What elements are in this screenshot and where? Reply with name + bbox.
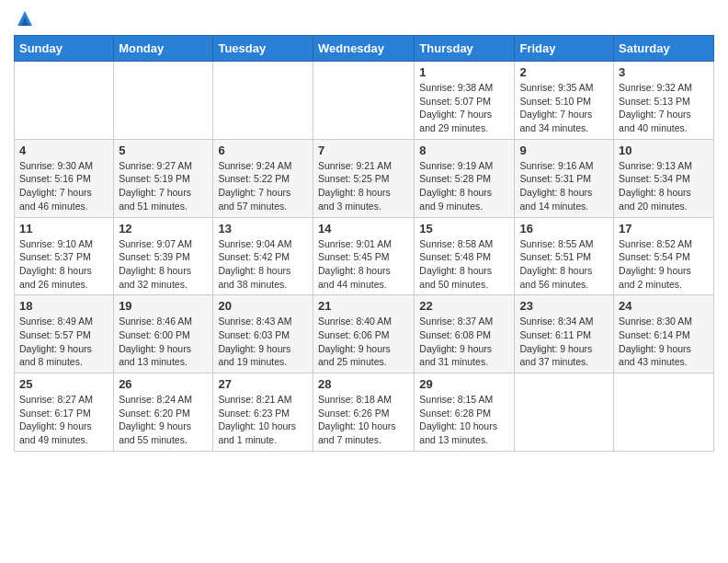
day-info: Sunrise: 8:55 AM Sunset: 5:51 PM Dayligh…	[519, 237, 609, 292]
day-number: 22	[419, 299, 509, 313]
logo	[14, 9, 34, 28]
day-of-week-header: Saturday	[614, 36, 714, 62]
day-info: Sunrise: 8:34 AM Sunset: 6:11 PM Dayligh…	[519, 315, 609, 369]
day-number: 19	[119, 299, 208, 313]
calendar-table: SundayMondayTuesdayWednesdayThursdayFrid…	[14, 35, 714, 452]
day-number: 27	[218, 377, 308, 391]
calendar-cell: 24Sunrise: 8:30 AM Sunset: 6:14 PM Dayli…	[614, 295, 714, 373]
day-number: 15	[419, 222, 509, 236]
calendar-cell: 18Sunrise: 8:49 AM Sunset: 5:57 PM Dayli…	[15, 295, 114, 373]
day-info: Sunrise: 8:15 AM Sunset: 6:28 PM Dayligh…	[419, 393, 509, 447]
calendar-cell: 19Sunrise: 8:46 AM Sunset: 6:00 PM Dayli…	[114, 295, 213, 373]
calendar-cell: 20Sunrise: 8:43 AM Sunset: 6:03 PM Dayli…	[213, 295, 313, 373]
calendar-cell: 8Sunrise: 9:19 AM Sunset: 5:28 PM Daylig…	[415, 139, 515, 217]
day-of-week-header: Thursday	[415, 36, 515, 62]
day-number: 4	[19, 144, 108, 157]
calendar-cell: 16Sunrise: 8:55 AM Sunset: 5:51 PM Dayli…	[515, 217, 614, 295]
day-number: 11	[19, 222, 108, 236]
calendar-header-row: SundayMondayTuesdayWednesdayThursdayFrid…	[15, 36, 714, 62]
day-number: 18	[19, 299, 108, 313]
calendar-cell: 12Sunrise: 9:07 AM Sunset: 5:39 PM Dayli…	[114, 217, 213, 295]
day-info: Sunrise: 9:35 AM Sunset: 5:10 PM Dayligh…	[519, 81, 609, 135]
calendar-cell: 29Sunrise: 8:15 AM Sunset: 6:28 PM Dayli…	[415, 373, 515, 452]
day-number: 17	[619, 222, 709, 236]
day-number: 12	[119, 222, 208, 236]
day-of-week-header: Sunday	[15, 36, 114, 62]
calendar-cell	[15, 62, 114, 140]
day-number: 21	[318, 299, 409, 313]
logo-icon	[16, 9, 34, 28]
day-number: 9	[519, 144, 609, 157]
calendar-cell: 7Sunrise: 9:21 AM Sunset: 5:25 PM Daylig…	[313, 139, 414, 217]
calendar-cell	[614, 373, 714, 452]
day-info: Sunrise: 9:16 AM Sunset: 5:31 PM Dayligh…	[519, 159, 609, 213]
calendar-cell: 4Sunrise: 9:30 AM Sunset: 5:16 PM Daylig…	[15, 139, 114, 217]
day-info: Sunrise: 9:19 AM Sunset: 5:28 PM Dayligh…	[419, 159, 509, 213]
calendar-cell: 5Sunrise: 9:27 AM Sunset: 5:19 PM Daylig…	[114, 139, 213, 217]
calendar-cell: 21Sunrise: 8:40 AM Sunset: 6:06 PM Dayli…	[313, 295, 414, 373]
day-info: Sunrise: 8:18 AM Sunset: 6:26 PM Dayligh…	[318, 393, 409, 447]
calendar-cell: 17Sunrise: 8:52 AM Sunset: 5:54 PM Dayli…	[614, 217, 714, 295]
calendar-week-row: 4Sunrise: 9:30 AM Sunset: 5:16 PM Daylig…	[15, 139, 714, 217]
calendar-cell	[515, 373, 614, 452]
day-info: Sunrise: 8:52 AM Sunset: 5:54 PM Dayligh…	[619, 237, 709, 292]
calendar-cell: 23Sunrise: 8:34 AM Sunset: 6:11 PM Dayli…	[515, 295, 614, 373]
calendar-cell: 9Sunrise: 9:16 AM Sunset: 5:31 PM Daylig…	[515, 139, 614, 217]
calendar-cell: 11Sunrise: 9:10 AM Sunset: 5:37 PM Dayli…	[15, 217, 114, 295]
calendar-cell: 2Sunrise: 9:35 AM Sunset: 5:10 PM Daylig…	[515, 62, 614, 140]
day-info: Sunrise: 8:49 AM Sunset: 5:57 PM Dayligh…	[19, 315, 108, 369]
day-info: Sunrise: 8:40 AM Sunset: 6:06 PM Dayligh…	[318, 315, 409, 369]
day-of-week-header: Tuesday	[213, 36, 313, 62]
calendar-cell: 1Sunrise: 9:38 AM Sunset: 5:07 PM Daylig…	[415, 62, 515, 140]
day-info: Sunrise: 8:58 AM Sunset: 5:48 PM Dayligh…	[419, 237, 509, 292]
day-number: 1	[419, 65, 509, 79]
day-info: Sunrise: 8:46 AM Sunset: 6:00 PM Dayligh…	[119, 315, 208, 369]
calendar-cell: 10Sunrise: 9:13 AM Sunset: 5:34 PM Dayli…	[614, 139, 714, 217]
day-info: Sunrise: 9:38 AM Sunset: 5:07 PM Dayligh…	[419, 81, 509, 135]
day-number: 6	[218, 144, 308, 157]
calendar-cell: 22Sunrise: 8:37 AM Sunset: 6:08 PM Dayli…	[415, 295, 515, 373]
day-number: 2	[519, 65, 609, 79]
day-info: Sunrise: 9:07 AM Sunset: 5:39 PM Dayligh…	[119, 237, 208, 292]
day-info: Sunrise: 9:01 AM Sunset: 5:45 PM Dayligh…	[318, 237, 409, 292]
page: SundayMondayTuesdayWednesdayThursdayFrid…	[0, 0, 728, 461]
calendar-cell: 27Sunrise: 8:21 AM Sunset: 6:23 PM Dayli…	[213, 373, 313, 452]
calendar-week-row: 18Sunrise: 8:49 AM Sunset: 5:57 PM Dayli…	[15, 295, 714, 373]
day-number: 10	[619, 144, 709, 157]
day-number: 13	[218, 222, 308, 236]
day-info: Sunrise: 8:21 AM Sunset: 6:23 PM Dayligh…	[218, 393, 308, 447]
day-of-week-header: Monday	[114, 36, 213, 62]
day-number: 24	[619, 299, 709, 313]
day-info: Sunrise: 9:27 AM Sunset: 5:19 PM Dayligh…	[119, 159, 208, 213]
day-info: Sunrise: 9:24 AM Sunset: 5:22 PM Dayligh…	[218, 159, 308, 213]
day-info: Sunrise: 8:37 AM Sunset: 6:08 PM Dayligh…	[419, 315, 509, 369]
calendar-cell	[114, 62, 213, 140]
day-info: Sunrise: 8:30 AM Sunset: 6:14 PM Dayligh…	[619, 315, 709, 369]
day-number: 29	[419, 377, 509, 391]
calendar-cell: 6Sunrise: 9:24 AM Sunset: 5:22 PM Daylig…	[213, 139, 313, 217]
day-number: 5	[119, 144, 208, 157]
day-info: Sunrise: 9:32 AM Sunset: 5:13 PM Dayligh…	[619, 81, 709, 135]
day-number: 14	[318, 222, 409, 236]
calendar-cell: 26Sunrise: 8:24 AM Sunset: 6:20 PM Dayli…	[114, 373, 213, 452]
day-number: 7	[318, 144, 409, 157]
calendar-cell	[213, 62, 313, 140]
calendar-cell: 13Sunrise: 9:04 AM Sunset: 5:42 PM Dayli…	[213, 217, 313, 295]
day-number: 26	[119, 377, 208, 391]
day-number: 25	[19, 377, 108, 391]
calendar-week-row: 25Sunrise: 8:27 AM Sunset: 6:17 PM Dayli…	[15, 373, 714, 452]
day-info: Sunrise: 9:21 AM Sunset: 5:25 PM Dayligh…	[318, 159, 409, 213]
calendar-cell: 14Sunrise: 9:01 AM Sunset: 5:45 PM Dayli…	[313, 217, 414, 295]
day-number: 20	[218, 299, 308, 313]
calendar-week-row: 11Sunrise: 9:10 AM Sunset: 5:37 PM Dayli…	[15, 217, 714, 295]
day-info: Sunrise: 9:30 AM Sunset: 5:16 PM Dayligh…	[19, 159, 108, 213]
day-number: 23	[519, 299, 609, 313]
calendar-cell	[313, 62, 414, 140]
day-number: 16	[519, 222, 609, 236]
day-info: Sunrise: 9:13 AM Sunset: 5:34 PM Dayligh…	[619, 159, 709, 213]
day-of-week-header: Wednesday	[313, 36, 414, 62]
calendar-week-row: 1Sunrise: 9:38 AM Sunset: 5:07 PM Daylig…	[15, 62, 714, 140]
day-number: 8	[419, 144, 509, 157]
day-of-week-header: Friday	[515, 36, 614, 62]
day-info: Sunrise: 8:27 AM Sunset: 6:17 PM Dayligh…	[19, 393, 108, 447]
